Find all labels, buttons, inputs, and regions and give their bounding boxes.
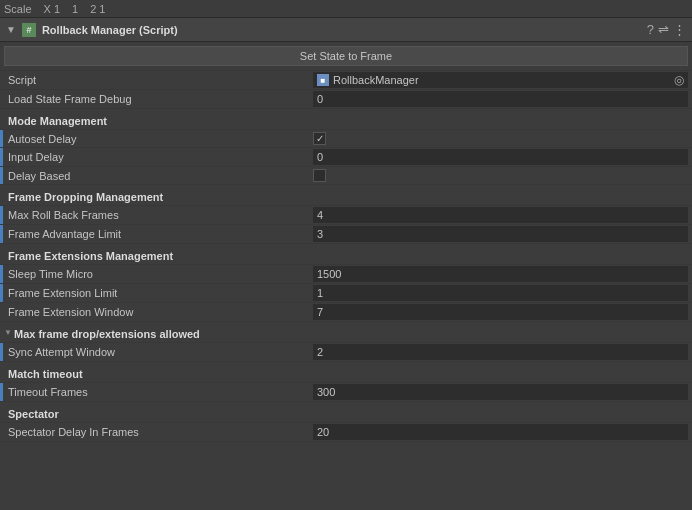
row-load-state-frame-debug: Load State Frame Debug [0,90,692,109]
input-timeout-frames[interactable] [313,384,688,400]
component-icon: # [22,23,36,37]
value-wrap-sleep-time-micro [313,266,688,282]
checkbox-autoset-delay[interactable]: ✓ [313,132,326,145]
row-spectator-delay-in-frames: Spectator Delay In Frames [0,423,692,442]
input-spectator-delay-in-frames[interactable] [313,424,688,440]
row-max-frame-drop: ▼Max frame drop/extensions allowed [0,322,692,343]
row-frame-extensions-management: Frame Extensions Management [0,244,692,265]
label-sync-attempt-window: Sync Attempt Window [8,346,313,358]
row-match-timeout: Match timeout [0,362,692,383]
row-script: Script■RollbackManager◎ [0,71,692,90]
scale-y: 1 [72,3,78,15]
script-circle-icon[interactable]: ◎ [674,73,684,87]
label-sleep-time-micro: Sleep Time Micro [8,268,313,280]
input-frame-extension-limit[interactable] [313,285,688,301]
accent-bar [0,206,3,224]
content-area: Set State to Frame Script■RollbackManage… [0,42,692,442]
accent-bar [0,225,3,243]
label-timeout-frames: Timeout Frames [8,386,313,398]
label-frame-extension-window: Frame Extension Window [8,306,313,318]
label-max-frame-drop: Max frame drop/extensions allowed [14,328,688,340]
row-frame-extension-window: Frame Extension Window [0,303,692,322]
row-input-delay: Input Delay [0,148,692,167]
row-frame-extension-limit: Frame Extension Limit [0,284,692,303]
section-arrow: ▼ [4,328,12,337]
input-input-delay[interactable] [313,149,688,165]
header-icons: ? ⇌ ⋮ [647,22,686,37]
rows-container: Script■RollbackManager◎Load State Frame … [0,71,692,442]
input-frame-advantage-limit[interactable] [313,226,688,242]
scale-x: X 1 [44,3,61,15]
collapse-arrow[interactable]: ▼ [6,24,16,35]
row-delay-based: Delay Based [0,167,692,185]
row-frame-dropping-management: Frame Dropping Management [0,185,692,206]
value-wrap-autoset-delay: ✓ [313,132,688,145]
scale-label: Scale [4,3,32,15]
row-timeout-frames: Timeout Frames [0,383,692,402]
value-wrap-frame-advantage-limit [313,226,688,242]
script-name: RollbackManager [333,74,670,86]
label-spectator-delay-in-frames: Spectator Delay In Frames [8,426,313,438]
value-wrap-script: ■RollbackManager◎ [313,72,688,88]
scale-row: Scale X 1 1 2 1 [0,0,692,18]
input-sync-attempt-window[interactable] [313,344,688,360]
menu-icon[interactable]: ⋮ [673,22,686,37]
label-delay-based: Delay Based [8,170,313,182]
scale-z: 2 1 [90,3,105,15]
input-max-roll-back-frames[interactable] [313,207,688,223]
accent-bar [0,148,3,166]
set-state-row: Set State to Frame [0,42,692,71]
value-wrap-spectator-delay-in-frames [313,424,688,440]
label-frame-advantage-limit: Frame Advantage Limit [8,228,313,240]
label-mode-management: Mode Management [8,115,688,127]
label-frame-extension-limit: Frame Extension Limit [8,287,313,299]
value-wrap-input-delay [313,149,688,165]
input-load-state-frame-debug[interactable] [313,91,688,107]
script-field: ■RollbackManager◎ [313,72,688,88]
align-icon[interactable]: ⇌ [658,22,669,37]
accent-bar [0,383,3,401]
accent-bar [0,284,3,302]
label-load-state-frame-debug: Load State Frame Debug [8,93,313,105]
input-frame-extension-window[interactable] [313,304,688,320]
value-wrap-timeout-frames [313,384,688,400]
label-autoset-delay: Autoset Delay [8,133,313,145]
accent-bar [0,167,3,184]
component-title: Rollback Manager (Script) [42,24,641,36]
label-input-delay: Input Delay [8,151,313,163]
help-icon[interactable]: ? [647,22,654,37]
value-wrap-load-state-frame-debug [313,91,688,107]
input-sleep-time-micro[interactable] [313,266,688,282]
row-sync-attempt-window: Sync Attempt Window [0,343,692,362]
value-wrap-delay-based [313,169,688,182]
accent-bar [0,130,3,147]
label-max-roll-back-frames: Max Roll Back Frames [8,209,313,221]
row-sleep-time-micro: Sleep Time Micro [0,265,692,284]
row-autoset-delay: Autoset Delay✓ [0,130,692,148]
row-frame-advantage-limit: Frame Advantage Limit [0,225,692,244]
label-frame-dropping-management: Frame Dropping Management [8,191,688,203]
row-max-roll-back-frames: Max Roll Back Frames [0,206,692,225]
row-spectator: Spectator [0,402,692,423]
accent-bar [0,265,3,283]
component-header: ▼ # Rollback Manager (Script) ? ⇌ ⋮ [0,18,692,42]
value-wrap-frame-extension-limit [313,285,688,301]
value-wrap-sync-attempt-window [313,344,688,360]
label-match-timeout: Match timeout [8,368,688,380]
label-spectator: Spectator [8,408,688,420]
script-icon: ■ [317,74,329,86]
checkbox-delay-based[interactable] [313,169,326,182]
set-state-button[interactable]: Set State to Frame [4,46,688,66]
label-frame-extensions-management: Frame Extensions Management [8,250,688,262]
label-script: Script [8,74,313,86]
value-wrap-max-roll-back-frames [313,207,688,223]
accent-bar [0,343,3,361]
row-mode-management: Mode Management [0,109,692,130]
value-wrap-frame-extension-window [313,304,688,320]
